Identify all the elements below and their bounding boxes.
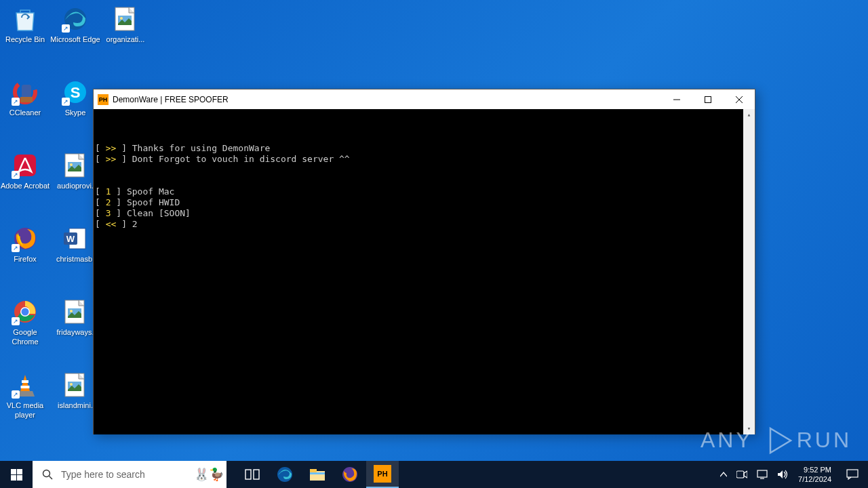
- search-icon: [42, 469, 53, 480]
- svg-rect-37: [11, 475, 16, 481]
- svg-marker-49: [744, 471, 747, 478]
- menu-line: [ 1 ] Spoof Mac: [95, 186, 755, 197]
- tray-meet-now-icon[interactable]: [732, 461, 752, 488]
- scroll-up-icon[interactable]: ▴: [743, 109, 755, 121]
- svg-rect-50: [757, 470, 767, 477]
- desktop-icon-firefox[interactable]: ↗Firefox: [0, 225, 50, 264]
- blank-line: [95, 132, 755, 143]
- svg-marker-34: [770, 428, 791, 453]
- tray-volume-icon[interactable]: [772, 461, 793, 488]
- firefox-icon: ↗: [12, 225, 39, 252]
- svg-line-40: [50, 476, 53, 480]
- desktop-icon-ccleaner[interactable]: ↗CCleaner: [0, 79, 50, 117]
- tray-date: 7/12/2024: [798, 474, 831, 484]
- blank-line: [95, 110, 755, 121]
- svg-rect-53: [847, 470, 858, 477]
- banner-line: [ >> ] Dont Forgot to vouch in discord s…: [95, 154, 755, 165]
- terminal-body[interactable]: ▴ ▾ [ >> ] Thanks for using DemonWare[ >…: [94, 109, 755, 434]
- taskbar-app-file-explorer[interactable]: [301, 461, 334, 488]
- terminal-window: PH DemonWare | FREE SPOOFER ▴ ▾ [ >> ] T…: [93, 89, 755, 434]
- system-tray: 9:52 PM 7/12/2024: [715, 461, 868, 488]
- tray-chevron-up-icon[interactable]: [715, 461, 732, 488]
- desktop-icon-microsoft-edge[interactable]: ↗Microsoft Edge: [50, 5, 100, 44]
- taskbar-app-firefox[interactable]: [334, 461, 366, 488]
- chrome-icon: ↗: [12, 298, 39, 325]
- svg-rect-41: [245, 470, 251, 479]
- svg-rect-24: [22, 380, 28, 383]
- svg-rect-48: [736, 471, 744, 478]
- shortcut-arrow-icon: ↗: [12, 98, 20, 106]
- shortcut-arrow-icon: ↗: [12, 171, 20, 179]
- tray-network-icon[interactable]: [752, 461, 772, 488]
- taskbar-app-edge[interactable]: [269, 461, 301, 488]
- svg-rect-46: [310, 472, 325, 474]
- svg-rect-42: [254, 470, 259, 479]
- svg-text:S: S: [71, 84, 81, 101]
- app-icon: PH: [98, 94, 108, 105]
- blank-line: [95, 176, 755, 186]
- svg-point-3: [120, 17, 123, 20]
- menu-line: [ 2 ] Spoof HWID: [95, 197, 755, 208]
- menu-line: [ 3 ] Clean [SOON]: [95, 208, 755, 219]
- search-decoration: 🐰🦆: [194, 467, 224, 482]
- tray-clock[interactable]: 9:52 PM 7/12/2024: [793, 465, 837, 485]
- word-icon: W: [62, 225, 89, 252]
- desktop-icon-adobe-acrobat[interactable]: ↗Adobe Acrobat: [0, 152, 50, 190]
- image-icon: [62, 298, 89, 325]
- image-icon: [112, 5, 139, 33]
- desktop-icon-recycle-bin[interactable]: Recycle Bin: [0, 5, 50, 44]
- task-icons: PH: [236, 461, 399, 488]
- desktop-icon-organizati-[interactable]: organizati...: [100, 5, 151, 44]
- icon-label: organizati...: [100, 35, 151, 44]
- svg-rect-25: [21, 386, 30, 388]
- svg-point-12: [70, 163, 73, 166]
- taskbar-app-task-view[interactable]: [236, 461, 269, 488]
- vlc-icon: ↗: [12, 371, 39, 399]
- image-icon: [62, 371, 89, 399]
- search-input[interactable]: Type here to search 🐰🦆: [33, 461, 226, 488]
- svg-rect-45: [310, 469, 317, 472]
- image-icon: [62, 152, 89, 179]
- desktop-icon-vlc-media-player[interactable]: ↗VLC media player: [0, 371, 50, 420]
- close-button[interactable]: [724, 89, 755, 109]
- shortcut-arrow-icon: ↗: [12, 390, 20, 399]
- icon-label: Adobe Acrobat: [0, 181, 50, 190]
- svg-rect-31: [705, 96, 711, 102]
- icon-label: Recycle Bin: [0, 35, 50, 44]
- shortcut-arrow-icon: ↗: [12, 317, 20, 325]
- maximize-button[interactable]: [692, 89, 724, 109]
- taskbar-app-demonware[interactable]: PH: [366, 461, 399, 488]
- shortcut-arrow-icon: ↗: [12, 244, 20, 252]
- svg-rect-5: [22, 85, 31, 98]
- recycle-icon: [12, 5, 39, 33]
- skype-icon: S↗: [62, 79, 89, 106]
- svg-point-19: [22, 308, 29, 316]
- icon-label: Firefox: [0, 254, 50, 264]
- svg-rect-38: [17, 475, 22, 481]
- svg-marker-52: [778, 470, 783, 479]
- start-button[interactable]: [0, 461, 33, 488]
- titlebar[interactable]: PH DemonWare | FREE SPOOFER: [94, 89, 755, 109]
- icon-label: CCleaner: [0, 108, 50, 117]
- window-controls: [661, 89, 755, 109]
- search-placeholder: Type here to search: [61, 469, 145, 480]
- action-center-button[interactable]: [837, 461, 868, 488]
- minimize-button[interactable]: [661, 89, 692, 109]
- svg-rect-6: [20, 97, 33, 102]
- desktop-icon-google-chrome[interactable]: ↗Google Chrome: [0, 298, 50, 347]
- svg-point-39: [43, 470, 50, 477]
- svg-point-29: [70, 383, 73, 386]
- svg-rect-35: [11, 469, 16, 474]
- watermark: ANY RUN: [701, 428, 852, 453]
- icon-label: Google Chrome: [0, 327, 50, 347]
- taskbar: Type here to search 🐰🦆 PH 9:52 PM 7/12/2…: [0, 461, 868, 488]
- blank-line: [95, 121, 755, 132]
- ccleaner-icon: ↗: [12, 79, 39, 106]
- prompt-line: [ << ] 2: [95, 219, 755, 230]
- acrobat-icon: ↗: [12, 152, 39, 179]
- shortcut-arrow-icon: ↗: [62, 98, 70, 106]
- scrollbar[interactable]: ▴ ▾: [743, 109, 755, 434]
- banner-line: [ >> ] Thanks for using DemonWare: [95, 143, 755, 154]
- window-title: DemonWare | FREE SPOOFER: [113, 95, 229, 104]
- svg-text:W: W: [66, 234, 75, 244]
